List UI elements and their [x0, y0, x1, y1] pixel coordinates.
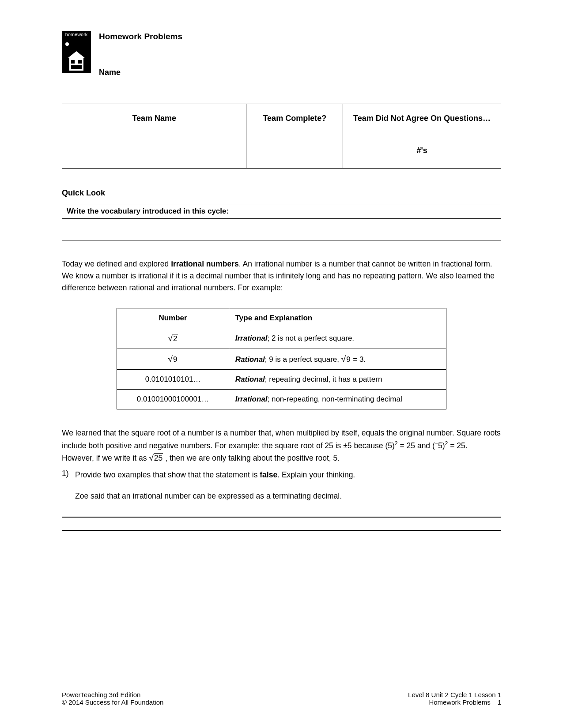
vocab-input-area[interactable] [62, 219, 501, 240]
text-span: = 25 and ( [398, 441, 435, 450]
neg-sign: − [435, 440, 438, 447]
question-1: 1) Provide two examples that show that t… [62, 469, 501, 481]
text-span: ; 2 is not a perfect square. [268, 334, 355, 342]
team-name-header: Team Name [62, 104, 246, 133]
footer-copyright: © 2014 Success for All Foundation [62, 698, 163, 706]
type-label: Rational [235, 355, 265, 364]
question-number: 1) [62, 469, 75, 481]
explanation-cell: Irrational; non-repeating, non-terminati… [229, 390, 446, 409]
house-icon [62, 38, 91, 73]
explanation-cell: Rational; repeating decimal, it has a pa… [229, 370, 446, 390]
sqrt-value: 25 [154, 453, 163, 462]
page-title: Homework Problems [99, 32, 501, 41]
table-row: 0.01001000100001… Irrational; non-repeat… [117, 390, 446, 409]
footer-right: Level 8 Unit 2 Cycle 1 Lesson 1 Homework… [408, 691, 501, 706]
text-span: = 3. [351, 355, 366, 364]
number-cell: √9 [117, 349, 229, 370]
footer-title-row: Homework Problems1 [408, 698, 501, 706]
question-statement: Zoe said that an irrational number can b… [75, 492, 501, 501]
bold-term: irrational numbers [171, 259, 239, 268]
team-complete-header: Team Complete? [246, 104, 343, 133]
vocab-prompt: Write the vocabulary introduced in this … [62, 204, 501, 219]
number-cell: 0.0101010101… [117, 370, 229, 390]
answer-line-2[interactable] [62, 530, 501, 531]
sqrt-paragraph: We learned that the square root of a num… [62, 427, 501, 465]
team-name-cell[interactable] [62, 133, 246, 169]
header-section: homework Homework Problems Name [62, 31, 501, 77]
vocab-box: Write the vocabulary introduced in this … [62, 204, 501, 240]
question-text: Provide two examples that show that the … [75, 469, 501, 481]
superscript: 2 [395, 440, 398, 447]
name-label: Name [99, 68, 121, 77]
team-table: Team Name Team Complete? Team Did Not Ag… [62, 104, 501, 169]
sqrt-value: 9 [173, 355, 178, 364]
footer-left: PowerTeaching 3rd Edition © 2014 Success… [62, 691, 163, 706]
table-row: √9 Rational; 9 is a perfect square, √9 =… [117, 349, 446, 370]
type-label: Irrational [235, 395, 268, 403]
answer-line-1[interactable] [62, 517, 501, 518]
table-row: 0.0101010101… Rational; repeating decima… [117, 370, 446, 390]
text-span: Provide two examples that show that the … [75, 470, 260, 479]
name-row: Name [99, 68, 501, 77]
footer-level: Level 8 Unit 2 Cycle 1 Lesson 1 [408, 691, 501, 698]
quick-look-heading: Quick Look [62, 188, 501, 198]
team-disagree-cell[interactable]: #'s [343, 133, 501, 169]
number-cell: √2 [117, 328, 229, 349]
team-complete-cell[interactable] [246, 133, 343, 169]
bold-term: false [260, 470, 277, 479]
number-header: Number [117, 308, 229, 328]
page-footer: PowerTeaching 3rd Edition © 2014 Success… [62, 691, 501, 706]
text-span: ; non-repeating, non-terminating decimal [268, 395, 402, 403]
text-span: 5) [438, 441, 445, 450]
page-number: 1 [498, 698, 501, 706]
number-cell: 0.01001000100001… [117, 390, 229, 409]
explanation-cell: Irrational; 2 is not a perfect square. [229, 328, 446, 349]
header-text: Homework Problems Name [99, 31, 501, 77]
intro-paragraph: Today we defined and explored irrational… [62, 258, 501, 294]
footer-edition: PowerTeaching 3rd Edition [62, 691, 163, 698]
explanation-cell: Rational; 9 is a perfect square, √9 = 3. [229, 349, 446, 370]
table-row: √2 Irrational; 2 is not a perfect square… [117, 328, 446, 349]
footer-title: Homework Problems [429, 698, 490, 706]
text-span: Today we defined and explored [62, 259, 171, 268]
text-span: . Explain your thinking. [277, 470, 355, 479]
icon-label: homework [62, 31, 91, 38]
team-disagree-header: Team Did Not Agree On Questions… [343, 104, 501, 133]
homework-icon: homework [62, 31, 91, 73]
type-label: Rational [235, 375, 265, 383]
numbers-label: #'s [416, 146, 427, 155]
text-span: ; 9 is a perfect square, [265, 355, 341, 364]
type-header: Type and Explanation [229, 308, 446, 328]
sqrt-value: 9 [346, 355, 351, 364]
example-table: Number Type and Explanation √2 Irrationa… [117, 308, 446, 409]
sqrt-value: 2 [173, 334, 178, 343]
text-span: , then we are only talking about the pos… [163, 454, 340, 462]
text-span: ; repeating decimal, it has a pattern [265, 375, 382, 383]
name-input-line[interactable] [124, 77, 411, 77]
type-label: Irrational [235, 334, 268, 342]
